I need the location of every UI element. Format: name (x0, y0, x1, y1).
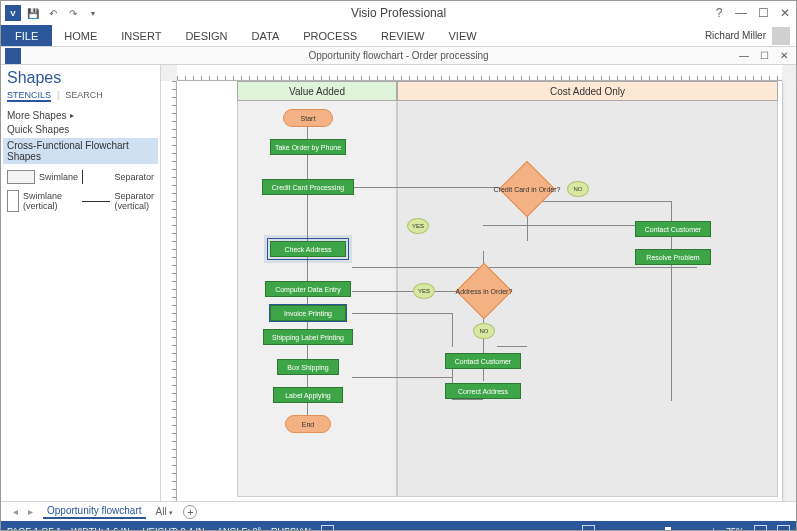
macro-record-icon[interactable] (321, 525, 334, 532)
doc-maximize-icon[interactable]: ☐ (758, 50, 770, 61)
node-shipping-label[interactable]: Shipping Label Printing (263, 329, 353, 345)
node-contact-customer-1[interactable]: Contact Customer (635, 221, 711, 237)
connector (483, 311, 484, 381)
lane-value-added (237, 101, 397, 497)
zoom-out-button[interactable]: − (605, 526, 610, 531)
pill-yes-1[interactable]: YES (407, 218, 429, 234)
document-titlebar: Opportunity flowchart - Order processing… (1, 47, 796, 65)
page-tab-next-icon[interactable]: ▸ (28, 506, 33, 517)
visio-icon: V (5, 5, 21, 21)
redo-icon[interactable]: ↷ (65, 5, 81, 21)
node-end[interactable]: End (285, 415, 331, 433)
page-tabs: ◂ ▸ Opportunity flowchart All ▾ + (1, 501, 796, 521)
save-icon[interactable]: 💾 (25, 5, 41, 21)
connector (497, 346, 527, 347)
connector (352, 377, 452, 378)
swimlane-vertical-icon (7, 190, 19, 212)
tab-view[interactable]: VIEW (436, 25, 488, 46)
tab-review[interactable]: REVIEW (369, 25, 436, 46)
workspace: Shapes STENCILS | SEARCH More Shapes ▸ Q… (1, 65, 796, 501)
vertical-ruler (161, 81, 177, 501)
status-angle: ANGLE: 0° (217, 526, 261, 531)
node-start[interactable]: Start (283, 109, 333, 127)
swimlane-icon (7, 170, 35, 184)
pill-no-1[interactable]: NO (567, 181, 589, 197)
status-bar: PAGE 1 OF 1 WIDTH: 1.6 IN. HEIGHT: 0.4 I… (1, 521, 796, 531)
lane-header-value-added[interactable]: Value Added (237, 81, 397, 101)
node-label-applying[interactable]: Label Applying (273, 387, 343, 403)
shape-separator-vertical[interactable]: Separator (vertical) (82, 190, 154, 212)
doc-close-icon[interactable]: ✕ (778, 50, 790, 61)
tab-design[interactable]: DESIGN (173, 25, 239, 46)
pill-yes-2[interactable]: YES (413, 283, 435, 299)
quick-shapes-label: Quick Shapes (7, 124, 69, 135)
qat-dropdown-icon[interactable]: ▼ (85, 5, 101, 21)
status-height: HEIGHT: 0.4 IN. (142, 526, 207, 531)
page-tab-prev-icon[interactable]: ◂ (13, 506, 18, 517)
node-contact-customer-2[interactable]: Contact Customer (445, 353, 521, 369)
lane-cost-added (397, 101, 778, 497)
search-tab[interactable]: SEARCH (65, 90, 103, 102)
document-window-controls: — ☐ ✕ (738, 50, 796, 61)
node-credit-processing[interactable]: Credit Card Processing (262, 179, 354, 195)
tab-process[interactable]: PROCESS (291, 25, 369, 46)
node-box-shipping[interactable]: Box Shipping (277, 359, 339, 375)
minimize-icon[interactable]: — (734, 6, 748, 20)
quick-access-toolbar: V 💾 ↶ ↷ ▼ (5, 5, 101, 21)
status-page: PAGE 1 OF 1 (7, 526, 61, 531)
connector (352, 267, 697, 268)
tab-insert[interactable]: INSERT (109, 25, 173, 46)
presentation-mode-icon[interactable] (582, 525, 595, 532)
node-take-order[interactable]: Take Order by Phone (270, 139, 346, 155)
connector (452, 399, 483, 400)
shape-swimlane-vertical[interactable]: Swimlane (vertical) (7, 190, 78, 212)
status-language[interactable]: RUSSIAN (271, 526, 311, 531)
page-tab-all[interactable]: All ▾ (156, 506, 174, 517)
app-titlebar: V 💾 ↶ ↷ ▼ Visio Professional ? — ☐ ✕ (1, 1, 796, 25)
shapes-panel-tabs: STENCILS | SEARCH (7, 90, 154, 102)
quick-shapes-link[interactable]: Quick Shapes (7, 124, 154, 135)
node-data-entry[interactable]: Computer Data Entry (265, 281, 351, 297)
node-resolve-problem[interactable]: Resolve Problem (635, 249, 711, 265)
active-stencil[interactable]: Cross-Functional Flowchart Shapes (3, 138, 158, 164)
tab-data[interactable]: DATA (240, 25, 292, 46)
node-correct-address[interactable]: Correct Address (445, 383, 521, 399)
user-account[interactable]: Richard Miller (705, 25, 796, 46)
vertical-scrollbar[interactable] (782, 81, 796, 501)
connector (671, 261, 672, 401)
file-tab[interactable]: FILE (1, 25, 52, 46)
connector (352, 313, 452, 314)
drawing-canvas[interactable]: Value Added Cost Added Only (177, 81, 782, 501)
shape-swimlane[interactable]: Swimlane (7, 170, 78, 184)
user-name: Richard Miller (705, 30, 766, 41)
lane-header-cost-added[interactable]: Cost Added Only (397, 81, 778, 101)
add-page-button[interactable]: + (183, 505, 197, 519)
connector (483, 225, 655, 226)
pan-zoom-icon[interactable] (777, 525, 790, 532)
fit-page-icon[interactable] (754, 525, 767, 532)
separator-vertical-icon (82, 201, 110, 202)
horizontal-ruler (177, 65, 782, 81)
lanes (237, 101, 778, 497)
zoom-in-button[interactable]: + (711, 526, 716, 531)
page-tab-active[interactable]: Opportunity flowchart (43, 504, 146, 519)
tab-home[interactable]: HOME (52, 25, 109, 46)
zoom-level[interactable]: 75% (726, 526, 744, 531)
maximize-icon[interactable]: ☐ (756, 6, 770, 20)
undo-icon[interactable]: ↶ (45, 5, 61, 21)
window-controls: ? — ☐ ✕ (712, 6, 792, 20)
node-invoice-printing[interactable]: Invoice Printing (270, 305, 346, 321)
connector (527, 201, 671, 202)
stencils-tab[interactable]: STENCILS (7, 90, 51, 102)
doc-minimize-icon[interactable]: — (738, 50, 750, 61)
more-shapes-link[interactable]: More Shapes ▸ (7, 110, 154, 121)
close-icon[interactable]: ✕ (778, 6, 792, 20)
help-icon[interactable]: ? (712, 6, 726, 20)
shape-separator[interactable]: Separator (82, 170, 154, 184)
avatar-icon (772, 27, 790, 45)
chevron-right-icon: ▸ (70, 111, 74, 120)
document-icon (5, 48, 21, 64)
node-check-address[interactable]: Check Address (270, 241, 346, 257)
chevron-down-icon: ▾ (169, 509, 173, 516)
pill-no-2[interactable]: NO (473, 323, 495, 339)
